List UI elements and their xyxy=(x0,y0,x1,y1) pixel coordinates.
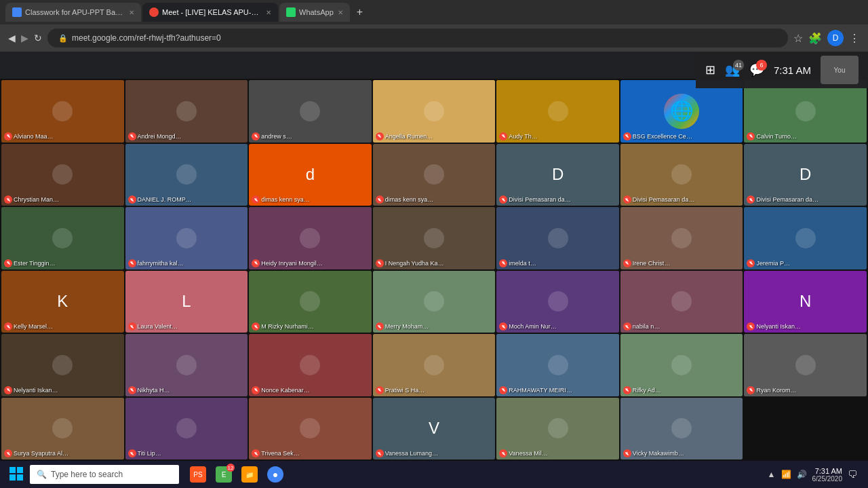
back-button[interactable]: ◀ xyxy=(8,33,16,43)
puzzle-icon[interactable]: 🧩 xyxy=(808,32,822,45)
svg-rect-81 xyxy=(626,451,628,454)
tile-name: Trivena Sekeon xyxy=(252,449,304,457)
svg-rect-41 xyxy=(750,261,752,264)
menu-icon[interactable]: ⋮ xyxy=(849,32,860,45)
svg-rect-57 xyxy=(7,388,9,391)
tile-name: I Nengah Yudha Kasno xyxy=(376,259,448,267)
tile-participant-name: Rifky Adika xyxy=(633,387,662,394)
tab-whatsapp[interactable]: WhatsApp ✕ xyxy=(279,3,350,22)
mic-off-icon xyxy=(128,195,136,204)
tab-close-classwork[interactable]: ✕ xyxy=(129,9,134,16)
tile-participant-name: fahrrymitha kaluku xyxy=(138,260,186,267)
svg-rect-65 xyxy=(502,388,505,391)
new-tab-button[interactable]: + xyxy=(351,6,368,18)
video-tile: Titi Liputo xyxy=(125,398,248,460)
svg-rect-37 xyxy=(502,261,505,264)
mic-off-icon xyxy=(499,132,507,140)
participants-button[interactable]: 👥 41 xyxy=(725,62,740,77)
video-tile: nabila nazli xyxy=(620,271,743,333)
svg-rect-83 xyxy=(17,467,23,473)
search-placeholder: Type here to search xyxy=(51,470,123,479)
video-tile: VVanessa Lumangkun xyxy=(373,398,496,460)
sys-tray: ▲ 📶 🔊 7:31 AM 6/25/2020 🗨 xyxy=(768,467,863,483)
taskbar-app-3[interactable]: 📁 xyxy=(237,462,262,487)
video-tile: Trivena Sekeon xyxy=(249,398,372,460)
video-tile: imelda tuuk xyxy=(496,207,619,269)
expand-tray-icon[interactable]: ▲ xyxy=(768,470,776,479)
mic-off-icon xyxy=(623,195,631,204)
svg-rect-51 xyxy=(502,324,505,327)
taskbar-app-4[interactable]: ● xyxy=(263,462,288,487)
tile-participant-name: BSG Excellence Center xyxy=(633,133,696,140)
tile-participant-name: andrew sumi xyxy=(261,133,294,140)
mic-off-icon xyxy=(252,386,260,394)
svg-rect-9 xyxy=(502,134,505,137)
tile-name: BSG Excellence Center xyxy=(623,132,697,140)
taskbar-app-1[interactable]: PS xyxy=(186,462,210,487)
svg-rect-11 xyxy=(626,134,628,137)
video-tile: LLaura Valentine xyxy=(125,271,248,333)
taskbar-time: 7:31 AM xyxy=(812,467,843,475)
start-button[interactable] xyxy=(5,466,27,484)
url-text: meet.google.com/ref-rhwj-tfh?authuser=0 xyxy=(72,33,221,43)
tile-name: Moch Amin Nurdin xyxy=(499,322,559,331)
svg-rect-35 xyxy=(378,261,380,264)
tile-name: Vanessa Milana xyxy=(499,449,551,457)
tile-participant-name: Moch Amin Nurdin xyxy=(509,323,557,330)
tile-name: Laura Valentine xyxy=(128,322,180,331)
svg-rect-71 xyxy=(7,451,9,454)
reload-button[interactable]: ↻ xyxy=(34,33,42,43)
notification-icon[interactable]: 🗨 xyxy=(848,469,857,480)
tab-classwork[interactable]: Classwork for APU-PPT Batch II E... ✕ xyxy=(5,3,141,22)
tile-participant-name: Angella Rumenser xyxy=(385,133,434,140)
video-tile: NNelyanti Iskandar xyxy=(744,271,867,333)
grid-view-button[interactable]: ⊞ xyxy=(705,62,715,77)
svg-rect-33 xyxy=(255,261,257,264)
mic-off-icon xyxy=(4,386,12,394)
video-tile: Chrystian Mandiri xyxy=(1,144,124,206)
taskbar-search[interactable]: 🔍 Type here to search xyxy=(30,465,179,484)
video-tile: Nelyanti Iskandar xyxy=(1,334,124,396)
forward-button[interactable]: ▶ xyxy=(21,33,28,43)
tile-name: Vicky Makawimbang xyxy=(623,449,688,457)
tile-participant-name: nabila nazli xyxy=(633,323,662,330)
app-icon-3: 📁 xyxy=(241,466,258,483)
bookmark-icon[interactable]: ☆ xyxy=(793,32,803,45)
tab-close-meet[interactable]: ✕ xyxy=(266,9,271,16)
tile-name: Chrystian Mandiri xyxy=(4,195,61,204)
tile-name: Ester Tingginehe xyxy=(4,259,60,267)
svg-rect-15 xyxy=(7,198,9,200)
tile-name: Vanessa Lumangkun xyxy=(376,449,442,457)
mic-off-icon xyxy=(747,386,755,394)
tab-meet[interactable]: Meet - [LIVE] KELAS APU-PP... ✕ xyxy=(142,3,278,22)
tile-name: fahrrymitha kaluku xyxy=(128,259,188,267)
mic-off-icon xyxy=(252,322,260,331)
tile-participant-name: I Nengah Yudha Kasno xyxy=(385,260,446,267)
video-tile: Nikhyta Henri xyxy=(125,334,248,396)
tab-whatsapp-label: WhatsApp xyxy=(299,8,334,16)
svg-rect-5 xyxy=(255,134,257,137)
tile-name: Surya Syaputra Alam xyxy=(4,449,71,457)
svg-rect-23 xyxy=(502,198,505,200)
svg-rect-77 xyxy=(378,451,380,454)
tile-name: Merry Mohammad xyxy=(376,322,435,331)
tile-participant-name: Ester Tingginehe xyxy=(14,260,58,267)
url-field[interactable]: 🔒 meet.google.com/ref-rhwj-tfh?authuser=… xyxy=(47,29,788,48)
tile-participant-name: Audy Thuda xyxy=(509,133,540,140)
mic-off-icon xyxy=(376,132,384,140)
profile-icon[interactable]: D xyxy=(827,30,844,46)
you-label: You xyxy=(834,67,846,74)
tile-name: Divisi Pemasaran dan ... xyxy=(747,195,823,204)
tile-name: Jeremia Polii xyxy=(747,259,791,267)
video-tile: Heidy Inryani Mongilala xyxy=(249,207,372,269)
svg-rect-19 xyxy=(255,198,257,200)
chat-button[interactable]: 💬 6 xyxy=(749,62,764,77)
video-tile: Vanessa Milana xyxy=(496,398,619,460)
svg-rect-25 xyxy=(626,198,628,200)
app-icon-1: PS xyxy=(190,466,206,483)
tab-close-whatsapp[interactable]: ✕ xyxy=(338,9,343,16)
taskbar-app-2[interactable]: E 12 xyxy=(212,462,236,487)
tab-meet-label: Meet - [LIVE] KELAS APU-PP... xyxy=(162,8,262,16)
svg-rect-61 xyxy=(255,388,257,391)
tile-name: Pratiwi S Haras xyxy=(376,386,427,394)
